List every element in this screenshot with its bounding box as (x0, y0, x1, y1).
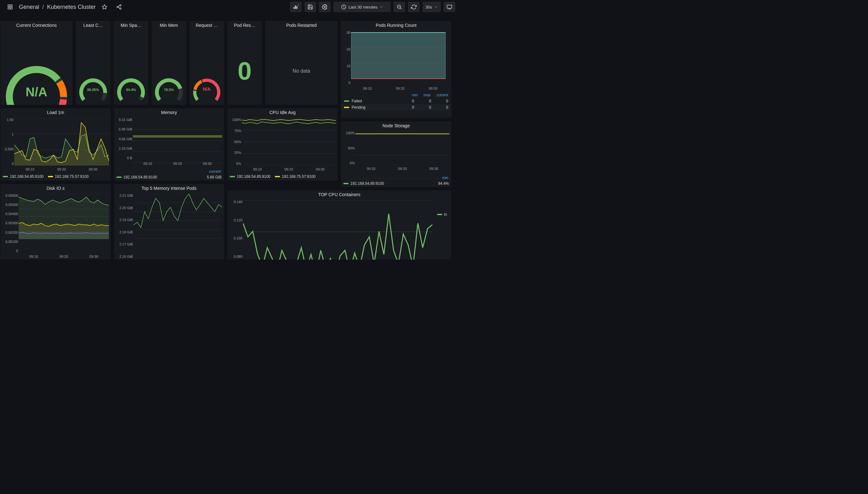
panel-pod-res[interactable]: Pod Res… 0 (227, 21, 262, 105)
panel-disk-io[interactable]: Disk IO s 0.006000.005000.004000.003000.… (0, 184, 111, 260)
panel-node-storage[interactable]: Node Storage 100%50%0% 09:1009:2009:30 m… (340, 121, 452, 187)
panel-title: Min Mem (152, 21, 186, 28)
gauge-value: N/A (0, 85, 73, 99)
star-icon[interactable] (99, 2, 110, 12)
save-button[interactable] (304, 2, 316, 12)
legend-item[interactable]: 192.168.54.85:9100 (117, 175, 157, 179)
svg-rect-10 (294, 7, 295, 9)
panel-title: Pods Restarted (265, 21, 338, 28)
col-min[interactable]: min (412, 93, 418, 97)
settings-button[interactable] (319, 2, 331, 12)
panel-least-cpu[interactable]: Least C… 86.05% (75, 21, 111, 105)
col-current[interactable]: current (209, 169, 221, 174)
add-panel-button[interactable]: + (290, 2, 301, 12)
svg-rect-1 (11, 5, 12, 6)
panel-title: Top 5 Memory Intense Pods (114, 184, 224, 191)
panel-title: Least C… (76, 21, 111, 28)
legend-item[interactable]: 192.168.75.57:9100 (275, 174, 316, 179)
panel-title: Min Spa… (114, 21, 149, 28)
panel-load1m[interactable]: Load 1m 1.5010.5000 09:1009:2009:30 192.… (0, 108, 111, 181)
top-toolbar: General / Kubernetes Cluster + Last 30 m… (0, 0, 459, 14)
panel-top-mem[interactable]: Top 5 Memory Intense Pods 2.21 GiB2.20 G… (114, 184, 224, 260)
nodata-label: No data (293, 68, 310, 74)
gauge-value: 78.5% (152, 88, 186, 92)
legend-item[interactable]: 192.168.54.85:9100 (3, 174, 43, 179)
panel-title: Memory (114, 108, 224, 116)
panel-request-rt[interactable]: Request … N/A (189, 21, 224, 105)
legend-header: min max current (341, 92, 451, 98)
legend-item[interactable]: 192.168.75.57:9100 (48, 174, 89, 179)
svg-point-14 (324, 6, 326, 8)
panel-memory[interactable]: Memory 9.31 GiB6.98 GiB4.66 GiB2.33 GiB0… (114, 108, 224, 181)
panel-title: TOP CPU Containers (227, 190, 451, 198)
panel-current-connections[interactable]: Current Connections N/A (0, 21, 73, 105)
panel-top-cpu[interactable]: TOP CPU Containers 0.1400.1200.1000.080 … (227, 190, 452, 260)
tv-mode-button[interactable] (444, 2, 455, 12)
clock-icon (341, 4, 347, 10)
stat-value: 0 (238, 57, 252, 86)
panel-min-space[interactable]: Min Spa… 94.4% (113, 21, 149, 105)
panel-title: Node Storage (341, 121, 451, 129)
legend-value: 94.4% (438, 181, 449, 186)
legend-item[interactable]: 192.168.54.85:9100 (343, 181, 384, 186)
panel-title: Disk IO s (0, 184, 111, 191)
col-max[interactable]: max (423, 93, 431, 97)
panel-cpu-idle[interactable]: CPU Idle Avg 100%75%50%25%0% 09:1009:200… (227, 108, 338, 181)
panel-title: Current Connections (0, 21, 73, 28)
refresh-interval-label: 30s (426, 5, 432, 10)
svg-point-7 (120, 8, 121, 10)
svg-point-5 (120, 5, 121, 6)
share-icon[interactable] (113, 2, 125, 12)
refresh-interval-picker[interactable]: 30s (422, 2, 441, 12)
svg-line-8 (118, 6, 120, 7)
breadcrumb-title[interactable]: Kubernetes Cluster (47, 4, 96, 11)
panel-title: Pod Res… (227, 21, 262, 28)
panel-title: Request … (190, 21, 224, 28)
breadcrumb: General / Kubernetes Cluster (19, 4, 96, 11)
breadcrumb-sep: / (42, 4, 44, 11)
svg-rect-12 (296, 6, 297, 9)
svg-rect-2 (8, 7, 9, 9)
time-range-picker[interactable]: Last 30 minutes (334, 2, 391, 12)
svg-rect-11 (295, 6, 296, 9)
col-current[interactable]: current (436, 93, 448, 97)
refresh-button[interactable] (408, 2, 419, 12)
svg-text:+: + (298, 4, 299, 7)
gauge-value: N/A (190, 87, 224, 92)
legend-value: 5.66 GiB (207, 175, 221, 179)
legend-row[interactable]: Pending000 (341, 104, 451, 111)
svg-rect-19 (447, 5, 452, 8)
gauge-value: 94.4% (114, 88, 149, 92)
svg-point-6 (117, 6, 118, 8)
gauge-value: 86.05% (76, 88, 111, 92)
apps-icon[interactable] (4, 2, 16, 12)
dashboard-grid: Current Connections N/A Least C… 86.05% … (0, 17, 459, 262)
panel-title: CPU Idle Avg (227, 108, 338, 116)
panel-title: Load 1m (0, 108, 111, 116)
breadcrumb-folder[interactable]: General (19, 4, 39, 11)
svg-rect-0 (8, 5, 9, 6)
svg-line-17 (400, 8, 401, 9)
panel-pods-restarted[interactable]: Pods Restarted No data (265, 21, 338, 105)
time-range-label: Last 30 minutes (349, 5, 377, 10)
svg-marker-4 (102, 5, 107, 9)
legend-item[interactable]: 192.168.54.85:9100 (230, 174, 271, 179)
svg-rect-3 (11, 7, 12, 9)
panel-title: Pods Running Count (341, 21, 451, 28)
col-min[interactable]: min (442, 176, 448, 180)
panel-min-mem[interactable]: Min Mem 78.5% (151, 21, 186, 105)
zoom-out-button[interactable] (394, 2, 405, 12)
panel-pods-running[interactable]: Pods Running Count 3020100 09:1009:2009:… (340, 21, 452, 118)
legend-row[interactable]: Failed000 (341, 98, 451, 104)
legend-item[interactable]: in (437, 212, 447, 217)
chevron-down-icon (434, 5, 438, 9)
svg-line-9 (118, 7, 120, 8)
chevron-down-icon (379, 5, 383, 9)
